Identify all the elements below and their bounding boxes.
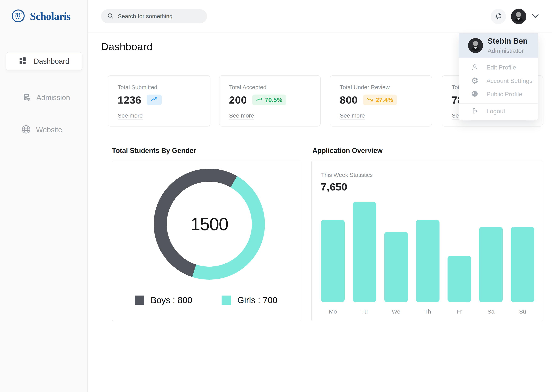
dashboard-grid-icon — [20, 57, 26, 65]
legend-label: Girls : 700 — [237, 295, 277, 305]
trend-badge: 70.5% — [252, 95, 286, 105]
bar-column: We — [384, 201, 408, 321]
sidebar-item-label: Dashboard — [34, 57, 69, 65]
trend-percent: 70.5% — [265, 97, 282, 104]
user-dropdown-menu: Stebin Ben Administrator Edit Profile ⚙ … — [459, 33, 538, 120]
donut-chart-title: Total Students By Gender — [112, 147, 196, 155]
user-dropdown-items: Edit Profile ⚙ Account Settings Public P… — [459, 58, 538, 119]
menu-item-label: Logout — [487, 108, 505, 115]
user-avatar[interactable] — [511, 9, 526, 24]
search-input[interactable] — [118, 13, 200, 20]
menu-item-label: Public Profile — [487, 91, 522, 98]
see-more-link[interactable]: See more — [229, 112, 254, 119]
scholaris-logo-icon — [12, 9, 25, 23]
donut-total: 1500 — [190, 214, 228, 234]
globe-filled-icon — [471, 90, 479, 98]
logout-icon — [471, 107, 479, 115]
bar-day-label: Sa — [479, 302, 503, 321]
legend-item-girls: Girls : 700 — [222, 295, 277, 305]
admission-form-icon — [23, 93, 31, 102]
sidebar-item-label: Website — [36, 126, 62, 134]
bar-day-label: Mo — [321, 302, 345, 321]
trend-badge — [147, 95, 162, 105]
stat-label: Total Under Review — [340, 84, 432, 91]
stat-label: Total Accepted — [229, 84, 320, 91]
menu-item-logout[interactable]: Logout — [459, 103, 538, 119]
bar-column: Th — [416, 201, 439, 321]
application-overview-card: This Week Statistics 7,650 MoTuWeThFrSaS… — [311, 161, 543, 321]
sidebar-item-website[interactable]: Website — [0, 121, 88, 139]
bar-day-label: Su — [511, 302, 534, 321]
menu-item-account-settings[interactable]: ⚙ Account Settings — [459, 74, 538, 87]
legend-label: Boys : 800 — [151, 295, 192, 305]
topbar-actions — [491, 9, 539, 24]
week-statistics-label: This Week Statistics — [321, 172, 373, 178]
stat-value: 200 — [229, 94, 247, 106]
trend-down-icon — [367, 97, 373, 104]
user-name: Stebin Ben — [488, 37, 528, 45]
search-icon — [107, 13, 114, 20]
bar-day-label: Th — [416, 302, 439, 321]
person-icon — [471, 63, 479, 72]
chevron-down-icon[interactable] — [531, 14, 539, 19]
bar-column: Tu — [353, 201, 376, 321]
see-more-link[interactable]: See more — [118, 112, 143, 119]
sidebar-item-dashboard[interactable]: Dashboard — [6, 52, 82, 70]
stat-card-total-submitted: Total Submitted 1236 See more — [108, 75, 211, 126]
bar-column: Mo — [321, 201, 345, 321]
stat-card-total-accepted: Total Accepted 200 70.5% See more — [219, 75, 321, 126]
brand: Scholaris — [12, 9, 71, 23]
stat-label: Total Submitted — [118, 84, 210, 91]
legend-swatch-boys — [135, 295, 144, 305]
sidebar-item-admission[interactable]: Admission — [0, 88, 88, 107]
menu-item-label: Edit Profile — [487, 64, 516, 71]
bar-Sa — [479, 227, 503, 302]
stat-card-total-under-review: Total Under Review 800 27.4% See more — [330, 75, 432, 126]
trend-up-icon — [256, 97, 262, 104]
bar-column: Fr — [448, 201, 471, 321]
search-bar — [101, 9, 207, 23]
bar-Fr — [448, 256, 471, 302]
user-role: Administrator — [488, 47, 528, 54]
trend-percent: 27.4% — [376, 97, 393, 104]
gear-icon: ⚙ — [471, 77, 479, 84]
globe-icon — [22, 125, 31, 135]
app-title: Scholaris — [30, 10, 71, 22]
bell-icon — [494, 12, 502, 21]
gender-donut-chart: 1500 — [154, 169, 265, 280]
avatar — [468, 38, 483, 53]
weekly-bar-chart: MoTuWeThFrSaSu — [321, 201, 534, 321]
sidebar-item-label: Admission — [36, 94, 70, 102]
page-title: Dashboard — [101, 41, 153, 52]
menu-item-label: Account Settings — [487, 77, 532, 84]
bar-day-label: We — [384, 302, 408, 321]
bar-chart-title: Application Overview — [312, 147, 383, 155]
trend-badge: 27.4% — [363, 95, 397, 105]
bar-Su — [511, 227, 534, 302]
bar-We — [384, 232, 408, 302]
trend-up-icon — [151, 97, 158, 104]
menu-item-edit-profile[interactable]: Edit Profile — [459, 61, 538, 74]
bar-Mo — [321, 220, 345, 302]
week-total-value: 7,650 — [321, 181, 348, 193]
bar-Th — [416, 220, 439, 302]
bar-day-label: Tu — [353, 302, 376, 321]
legend-item-boys: Boys : 800 — [135, 295, 192, 305]
stat-value: 800 — [340, 94, 358, 106]
see-more-link[interactable]: See more — [340, 112, 365, 119]
bar-day-label: Fr — [448, 302, 471, 321]
gender-donut-card: 1500 Boys : 800 Girls : 700 — [112, 161, 301, 321]
bar-column: Sa — [479, 201, 503, 321]
donut-hole: 1500 — [167, 182, 252, 267]
legend-swatch-girls — [222, 295, 231, 305]
bar-Tu — [353, 202, 376, 302]
stat-value: 1236 — [118, 94, 141, 106]
bar-column: Su — [511, 201, 534, 321]
topbar — [88, 0, 552, 33]
menu-item-public-profile[interactable]: Public Profile — [459, 87, 538, 101]
user-dropdown-header: Stebin Ben Administrator — [459, 33, 538, 58]
sidebar: Scholaris Dashboard Ad — [0, 0, 88, 392]
notifications-button[interactable] — [491, 9, 506, 24]
